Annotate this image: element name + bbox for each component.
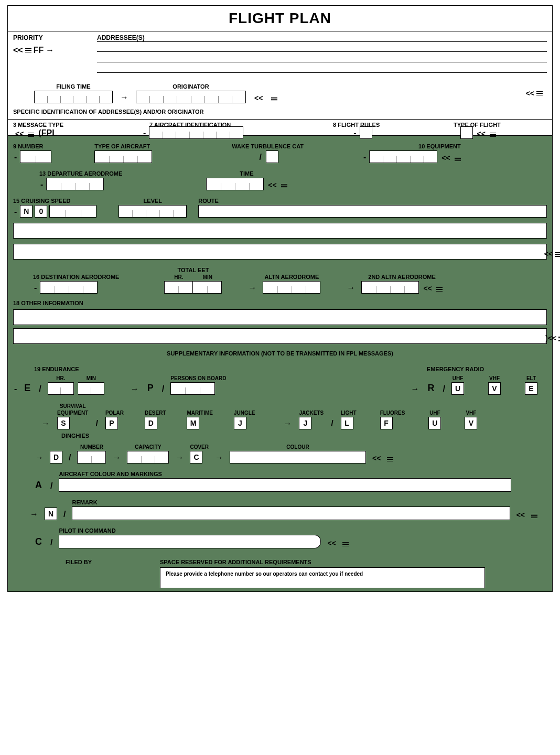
label-type-of-aircraft: TYPE OF AIRCRAFT	[94, 143, 152, 149]
flight-plan-form: FLIGHT PLAN PRIORITY << FF → ADDRESSEE(S…	[7, 5, 553, 592]
dep-time-input[interactable]	[206, 178, 264, 190]
label-uhf: UHF	[451, 375, 464, 381]
label-cover: COVER	[190, 444, 209, 450]
slash: /	[50, 538, 52, 547]
arrow-icon: →	[215, 453, 223, 462]
filing-time-input[interactable]	[34, 91, 113, 103]
box-j[interactable]: J	[234, 417, 246, 429]
label-13-dep: 13 DEPARTURE AERODROME	[39, 170, 122, 177]
label-jungle: JUNGLE	[234, 410, 255, 416]
label-desert: DESERT	[145, 410, 166, 416]
box-d2[interactable]: D	[50, 451, 62, 463]
addressee-line-2[interactable]	[97, 52, 547, 62]
label-level: LEVEL	[119, 198, 187, 204]
aircraft-colour-input[interactable]	[59, 478, 511, 492]
endurance-hr-input[interactable]	[48, 382, 74, 395]
level-input[interactable]	[119, 205, 187, 218]
type-of-aircraft-input[interactable]	[94, 150, 152, 163]
label-space-reserved: SPACE RESERVED FOR ADDITIONAL REQUIREMEN…	[160, 559, 485, 565]
equipment-input[interactable]	[369, 150, 437, 163]
box-c[interactable]: C	[190, 451, 202, 463]
box-d[interactable]: D	[145, 417, 157, 429]
priority-label: PRIORITY	[13, 34, 92, 41]
label-light: LIGHT	[341, 410, 357, 416]
pilot-input[interactable]	[59, 535, 315, 548]
other-info-2[interactable]: )<<	[13, 328, 547, 344]
slash: /	[95, 419, 98, 428]
box-v2[interactable]: V	[465, 417, 477, 429]
addressee-line-3[interactable]	[97, 62, 547, 73]
originator-input[interactable]	[136, 91, 246, 103]
wtc-input[interactable]	[266, 150, 278, 163]
box-e[interactable]: E	[525, 382, 537, 395]
dash: -	[14, 207, 17, 217]
box-p[interactable]: P	[105, 417, 118, 429]
other-info-1[interactable]	[13, 309, 547, 325]
number-input[interactable]	[20, 150, 51, 163]
box-n[interactable]: N	[45, 508, 57, 520]
pob-input[interactable]	[170, 382, 215, 395]
top-section: PRIORITY << FF → ADDRESSEE(S) <<	[8, 31, 552, 120]
additional-requirements-box[interactable]: Please provide a telephone number so our…	[160, 567, 485, 588]
addressee-line-1[interactable]	[97, 41, 547, 52]
label-uhf2: UHF	[428, 410, 441, 416]
route-input-3[interactable]: <<	[13, 244, 547, 260]
dash: -	[363, 153, 366, 162]
hamburger-icon	[281, 184, 287, 189]
box-j2[interactable]: J	[299, 417, 311, 429]
altn2-input[interactable]	[361, 281, 419, 294]
dest-aerodrome-input[interactable]	[40, 281, 98, 294]
dinghies-colour-input[interactable]	[230, 451, 366, 463]
ll-mark: <<	[268, 181, 276, 189]
dinghies-capacity-input[interactable]	[127, 451, 169, 463]
dash: -	[353, 128, 356, 138]
label-capacity: CAPACITY	[127, 444, 169, 450]
endurance-min-input[interactable]	[78, 382, 104, 395]
hamburger-icon	[25, 48, 31, 53]
filing-time-label: FILING TIME	[34, 83, 113, 90]
hamburger-icon	[455, 157, 461, 161]
box-f[interactable]: F	[380, 417, 393, 429]
label-9-number: 9 NUMBER	[13, 143, 51, 149]
label-wtc: WAKE TURBULENCE CAT	[232, 143, 304, 149]
box-m[interactable]: M	[187, 417, 199, 429]
box-u2[interactable]: U	[428, 417, 441, 429]
ff-text: FF	[34, 46, 44, 55]
cs-0: 0	[35, 205, 47, 218]
dinghies-number-input[interactable]	[77, 451, 106, 463]
dep-aerodrome-input[interactable]	[46, 178, 104, 190]
type-of-flight-input[interactable]	[460, 126, 473, 139]
label-vhf2: VHF	[465, 410, 477, 416]
label-maritime: MARITIME	[187, 410, 212, 416]
eet-hr-input[interactable]	[164, 281, 193, 294]
remark-input[interactable]	[72, 506, 510, 520]
route-input-1[interactable]	[198, 205, 547, 218]
hamburger-icon	[531, 514, 537, 519]
slash: /	[69, 453, 71, 462]
hamburger-icon	[28, 133, 34, 137]
eet-min-input[interactable]	[193, 281, 222, 294]
slash: /	[162, 384, 164, 394]
dash: -	[40, 180, 43, 189]
fpl-text: (FPL	[38, 128, 57, 138]
page-title: FLIGHT PLAN	[8, 6, 552, 31]
slash: /	[443, 384, 445, 394]
box-l[interactable]: L	[341, 417, 353, 429]
route-input-2[interactable]	[13, 223, 547, 239]
originator-label: ORIGINATOR	[136, 83, 246, 90]
label-15-cs: 15 CRUISING SPEED	[13, 198, 96, 204]
altn-input[interactable]	[263, 281, 320, 294]
box-u[interactable]: U	[451, 382, 464, 395]
arrow-icon: →	[347, 283, 355, 293]
flight-rules-input[interactable]	[360, 126, 372, 139]
cruising-speed-input[interactable]	[49, 205, 96, 218]
arrow-icon: →	[411, 384, 419, 394]
label-19-endurance: 19 ENDURANCE	[34, 366, 79, 372]
label-pob: PERSONS ON BOARD	[170, 375, 226, 381]
label-min: MIN	[78, 375, 104, 381]
box-s[interactable]: S	[57, 417, 70, 429]
green-section: << (FPL - - << 9 NUMBER -	[8, 136, 552, 591]
cs-n: N	[20, 205, 33, 218]
aircraft-id-input[interactable]	[149, 126, 243, 139]
box-v[interactable]: V	[488, 382, 501, 395]
